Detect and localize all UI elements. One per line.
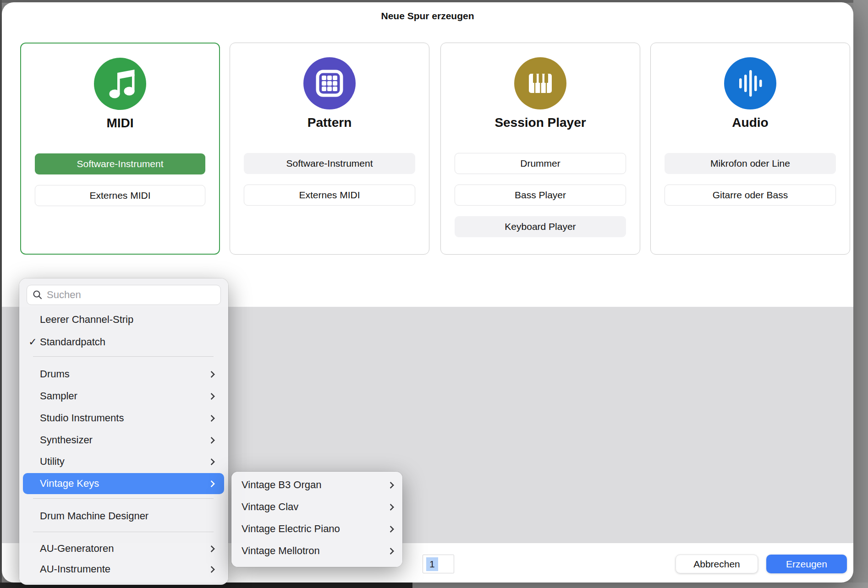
chevron-right-icon [387, 525, 395, 533]
menu-item-default-patch[interactable]: ✓ Standardpatch [23, 331, 224, 353]
submenu-item-vintage-clav[interactable]: Vintage Clav [231, 496, 402, 518]
background-right-edge [853, 0, 868, 588]
card-midi[interactable]: MIDI Software-Instrument Externes MIDI [20, 43, 220, 255]
chevron-right-icon [208, 458, 215, 465]
chevron-right-icon [208, 436, 215, 444]
card-title-pattern: Pattern [230, 115, 429, 130]
dialog-title: Neue Spur erzeugen [2, 11, 853, 22]
midi-external-midi-button[interactable]: Externes MIDI [35, 185, 205, 206]
search-icon [33, 290, 43, 300]
pattern-external-midi-button[interactable]: Externes MIDI [244, 185, 415, 206]
card-session-player[interactable]: Session Player Drummer Bass Player Keybo… [440, 43, 640, 255]
track-count-value: 1 [426, 557, 438, 571]
bass-player-button[interactable]: Bass Player [455, 185, 626, 206]
card-title-midi: MIDI [21, 116, 219, 131]
menu-item-studio-instruments[interactable]: Studio Instruments [23, 407, 224, 429]
chevron-right-icon [208, 545, 215, 552]
chevron-right-icon [387, 503, 395, 511]
menu-item-drum-machine-designer[interactable]: Drum Machine Designer [23, 505, 224, 527]
chevron-right-icon [208, 370, 215, 378]
submenu-item-vintage-b3-organ[interactable]: Vintage B3 Organ [231, 474, 402, 496]
guitar-or-bass-button[interactable]: Gitarre oder Bass [665, 185, 836, 206]
cancel-button[interactable]: Abbrechen [676, 555, 758, 573]
patch-menu: Leerer Channel-Strip ✓ Standardpatch Dru… [19, 278, 228, 585]
midi-software-instrument-button[interactable]: Software-Instrument [35, 153, 205, 174]
menu-item-drums[interactable]: Drums [23, 363, 224, 385]
menu-item-synthesizer[interactable]: Synthesizer [23, 429, 224, 451]
menu-item-utility[interactable]: Utility [23, 451, 224, 473]
card-pattern[interactable]: Pattern Software-Instrument Externes MID… [230, 43, 429, 255]
submenu-item-vintage-mellotron[interactable]: Vintage Mellotron [231, 540, 402, 562]
menu-item-vintage-keys[interactable]: Vintage Keys [23, 473, 224, 494]
vintage-keys-submenu: Vintage B3 Organ Vintage Clav Vintage El… [231, 472, 402, 567]
chevron-right-icon [208, 414, 215, 422]
card-audio[interactable]: Audio Mikrofon oder Line Gitarre oder Ba… [650, 43, 850, 255]
submenu-item-vintage-electric-piano[interactable]: Vintage Electric Piano [231, 518, 402, 540]
keyboard-player-button[interactable]: Keyboard Player [455, 216, 626, 237]
microphone-or-line-button[interactable]: Mikrofon oder Line [665, 153, 836, 174]
chevron-right-icon [208, 480, 215, 487]
menu-item-au-generators[interactable]: AU-Generatoren [23, 538, 224, 560]
chevron-right-icon [208, 566, 215, 573]
search-field[interactable] [27, 285, 221, 305]
chevron-right-icon [387, 547, 395, 555]
card-title-audio: Audio [651, 115, 850, 130]
pattern-software-instrument-button[interactable]: Software-Instrument [244, 153, 415, 174]
create-button[interactable]: Erzeugen [766, 555, 847, 573]
drummer-button[interactable]: Drummer [455, 153, 626, 174]
menu-item-au-instruments[interactable]: AU-Instrumente [23, 558, 224, 580]
card-title-session-player: Session Player [441, 115, 640, 130]
search-input[interactable] [47, 289, 215, 301]
menu-separator [33, 532, 214, 532]
menu-item-sampler[interactable]: Sampler [23, 385, 224, 407]
grid-icon [303, 57, 356, 109]
menu-item-empty-channel-strip[interactable]: Leerer Channel-Strip [23, 309, 224, 331]
waveform-icon [724, 57, 776, 109]
chevron-right-icon [387, 481, 395, 489]
menu-separator [33, 498, 214, 499]
chevron-right-icon [208, 392, 215, 400]
piano-keys-icon [514, 57, 566, 109]
track-count-input[interactable]: 1 [423, 555, 454, 573]
background-bottom-right [412, 583, 868, 588]
music-note-icon [94, 58, 146, 110]
menu-separator [33, 356, 214, 357]
check-icon: ✓ [26, 336, 40, 348]
